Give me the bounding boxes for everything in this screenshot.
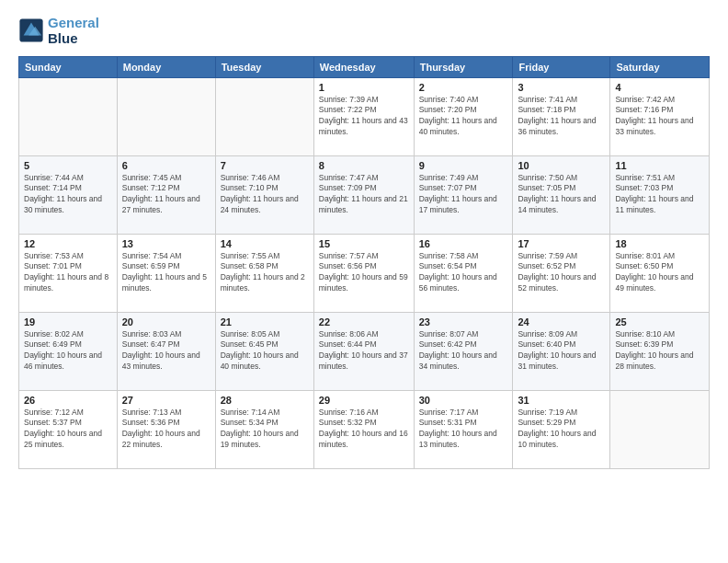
day-info: Sunrise: 7:54 AM Sunset: 6:59 PM Dayligh… <box>122 251 210 295</box>
calendar-cell <box>610 390 710 468</box>
header-sunday: Sunday <box>19 56 118 77</box>
day-info: Sunrise: 8:06 AM Sunset: 6:44 PM Dayligh… <box>319 329 409 373</box>
day-number: 3 <box>518 82 605 93</box>
day-info: Sunrise: 8:05 AM Sunset: 6:45 PM Dayligh… <box>221 329 309 373</box>
calendar-cell: 23Sunrise: 8:07 AM Sunset: 6:42 PM Dayli… <box>414 312 513 390</box>
day-info: Sunrise: 7:44 AM Sunset: 7:14 PM Dayligh… <box>24 173 112 217</box>
day-number: 10 <box>518 160 605 171</box>
header-wednesday: Wednesday <box>313 56 414 77</box>
logo-line2: Blue <box>48 30 99 46</box>
day-number: 26 <box>24 395 112 406</box>
calendar-table: SundayMondayTuesdayWednesdayThursdayFrid… <box>18 56 710 469</box>
calendar-cell: 8Sunrise: 7:47 AM Sunset: 7:09 PM Daylig… <box>313 155 414 234</box>
logo-icon <box>18 17 44 43</box>
header-monday: Monday <box>117 56 215 77</box>
day-info: Sunrise: 8:01 AM Sunset: 6:50 PM Dayligh… <box>615 251 704 295</box>
calendar-cell: 16Sunrise: 7:58 AM Sunset: 6:54 PM Dayli… <box>414 234 513 312</box>
day-number: 18 <box>615 238 704 249</box>
calendar-cell: 29Sunrise: 7:16 AM Sunset: 5:32 PM Dayli… <box>313 390 414 468</box>
day-number: 15 <box>319 238 409 249</box>
calendar-cell: 31Sunrise: 7:19 AM Sunset: 5:29 PM Dayli… <box>513 390 610 468</box>
day-info: Sunrise: 7:46 AM Sunset: 7:10 PM Dayligh… <box>221 173 309 217</box>
day-number: 8 <box>319 160 409 171</box>
header-friday: Friday <box>513 56 610 77</box>
calendar-cell <box>215 77 313 155</box>
calendar-cell <box>117 77 215 155</box>
calendar-week-2: 12Sunrise: 7:53 AM Sunset: 7:01 PM Dayli… <box>19 234 710 312</box>
day-number: 29 <box>319 395 409 406</box>
day-info: Sunrise: 8:07 AM Sunset: 6:42 PM Dayligh… <box>419 329 508 373</box>
header-thursday: Thursday <box>414 56 513 77</box>
calendar-cell: 6Sunrise: 7:45 AM Sunset: 7:12 PM Daylig… <box>117 155 215 234</box>
calendar-cell: 10Sunrise: 7:50 AM Sunset: 7:05 PM Dayli… <box>513 155 610 234</box>
calendar-cell: 28Sunrise: 7:14 AM Sunset: 5:34 PM Dayli… <box>215 390 313 468</box>
calendar-cell: 14Sunrise: 7:55 AM Sunset: 6:58 PM Dayli… <box>215 234 313 312</box>
day-number: 17 <box>518 238 605 249</box>
calendar-week-1: 5Sunrise: 7:44 AM Sunset: 7:14 PM Daylig… <box>19 155 710 234</box>
calendar-cell: 30Sunrise: 7:17 AM Sunset: 5:31 PM Dayli… <box>414 390 513 468</box>
day-number: 1 <box>319 82 409 93</box>
day-number: 9 <box>419 160 508 171</box>
calendar-cell: 9Sunrise: 7:49 AM Sunset: 7:07 PM Daylig… <box>414 155 513 234</box>
calendar-week-4: 26Sunrise: 7:12 AM Sunset: 5:37 PM Dayli… <box>19 390 710 468</box>
day-number: 30 <box>419 395 508 406</box>
day-info: Sunrise: 7:55 AM Sunset: 6:58 PM Dayligh… <box>221 251 309 295</box>
calendar-cell: 15Sunrise: 7:57 AM Sunset: 6:56 PM Dayli… <box>313 234 414 312</box>
day-info: Sunrise: 7:58 AM Sunset: 6:54 PM Dayligh… <box>419 251 508 295</box>
header-tuesday: Tuesday <box>215 56 313 77</box>
logo-line1: General <box>48 15 99 30</box>
day-number: 24 <box>518 316 605 327</box>
calendar-cell: 21Sunrise: 8:05 AM Sunset: 6:45 PM Dayli… <box>215 312 313 390</box>
day-info: Sunrise: 7:53 AM Sunset: 7:01 PM Dayligh… <box>24 251 112 295</box>
calendar-cell: 19Sunrise: 8:02 AM Sunset: 6:49 PM Dayli… <box>19 312 118 390</box>
day-info: Sunrise: 7:57 AM Sunset: 6:56 PM Dayligh… <box>319 251 409 295</box>
header: General Blue <box>18 15 710 47</box>
day-number: 22 <box>319 316 409 327</box>
day-number: 14 <box>221 238 309 249</box>
calendar-cell: 12Sunrise: 7:53 AM Sunset: 7:01 PM Dayli… <box>19 234 118 312</box>
calendar-week-3: 19Sunrise: 8:02 AM Sunset: 6:49 PM Dayli… <box>19 312 710 390</box>
day-info: Sunrise: 7:14 AM Sunset: 5:34 PM Dayligh… <box>221 408 309 452</box>
day-info: Sunrise: 7:19 AM Sunset: 5:29 PM Dayligh… <box>518 408 605 452</box>
day-number: 13 <box>122 238 210 249</box>
day-number: 11 <box>615 160 704 171</box>
day-info: Sunrise: 7:59 AM Sunset: 6:52 PM Dayligh… <box>518 251 605 295</box>
day-number: 6 <box>122 160 210 171</box>
day-info: Sunrise: 7:42 AM Sunset: 7:16 PM Dayligh… <box>615 95 704 139</box>
calendar-header-row: SundayMondayTuesdayWednesdayThursdayFrid… <box>19 56 710 77</box>
day-number: 19 <box>24 316 112 327</box>
day-info: Sunrise: 8:03 AM Sunset: 6:47 PM Dayligh… <box>122 329 210 373</box>
calendar-cell: 22Sunrise: 8:06 AM Sunset: 6:44 PM Dayli… <box>313 312 414 390</box>
calendar-cell: 24Sunrise: 8:09 AM Sunset: 6:40 PM Dayli… <box>513 312 610 390</box>
calendar-cell: 26Sunrise: 7:12 AM Sunset: 5:37 PM Dayli… <box>19 390 118 468</box>
calendar-cell: 7Sunrise: 7:46 AM Sunset: 7:10 PM Daylig… <box>215 155 313 234</box>
calendar-cell: 17Sunrise: 7:59 AM Sunset: 6:52 PM Dayli… <box>513 234 610 312</box>
calendar-cell: 25Sunrise: 8:10 AM Sunset: 6:39 PM Dayli… <box>610 312 710 390</box>
day-number: 21 <box>221 316 309 327</box>
day-number: 31 <box>518 395 605 406</box>
calendar-cell: 11Sunrise: 7:51 AM Sunset: 7:03 PM Dayli… <box>610 155 710 234</box>
day-number: 16 <box>419 238 508 249</box>
day-info: Sunrise: 8:02 AM Sunset: 6:49 PM Dayligh… <box>24 329 112 373</box>
day-info: Sunrise: 7:50 AM Sunset: 7:05 PM Dayligh… <box>518 173 605 217</box>
day-info: Sunrise: 8:10 AM Sunset: 6:39 PM Dayligh… <box>615 329 704 373</box>
day-number: 25 <box>615 316 704 327</box>
day-info: Sunrise: 7:49 AM Sunset: 7:07 PM Dayligh… <box>419 173 508 217</box>
calendar-cell: 2Sunrise: 7:40 AM Sunset: 7:20 PM Daylig… <box>414 77 513 155</box>
header-saturday: Saturday <box>610 56 710 77</box>
day-info: Sunrise: 7:51 AM Sunset: 7:03 PM Dayligh… <box>615 173 704 217</box>
day-info: Sunrise: 7:47 AM Sunset: 7:09 PM Dayligh… <box>319 173 409 217</box>
day-number: 2 <box>419 82 508 93</box>
day-number: 12 <box>24 238 112 249</box>
day-number: 20 <box>122 316 210 327</box>
calendar-cell <box>19 77 118 155</box>
day-info: Sunrise: 7:16 AM Sunset: 5:32 PM Dayligh… <box>319 408 409 452</box>
day-info: Sunrise: 7:13 AM Sunset: 5:36 PM Dayligh… <box>122 408 210 452</box>
calendar-week-0: 1Sunrise: 7:39 AM Sunset: 7:22 PM Daylig… <box>19 77 710 155</box>
day-info: Sunrise: 7:39 AM Sunset: 7:22 PM Dayligh… <box>319 95 409 139</box>
day-info: Sunrise: 7:12 AM Sunset: 5:37 PM Dayligh… <box>24 408 112 452</box>
calendar-cell: 5Sunrise: 7:44 AM Sunset: 7:14 PM Daylig… <box>19 155 118 234</box>
day-info: Sunrise: 7:45 AM Sunset: 7:12 PM Dayligh… <box>122 173 210 217</box>
calendar-cell: 13Sunrise: 7:54 AM Sunset: 6:59 PM Dayli… <box>117 234 215 312</box>
day-info: Sunrise: 7:17 AM Sunset: 5:31 PM Dayligh… <box>419 408 508 452</box>
